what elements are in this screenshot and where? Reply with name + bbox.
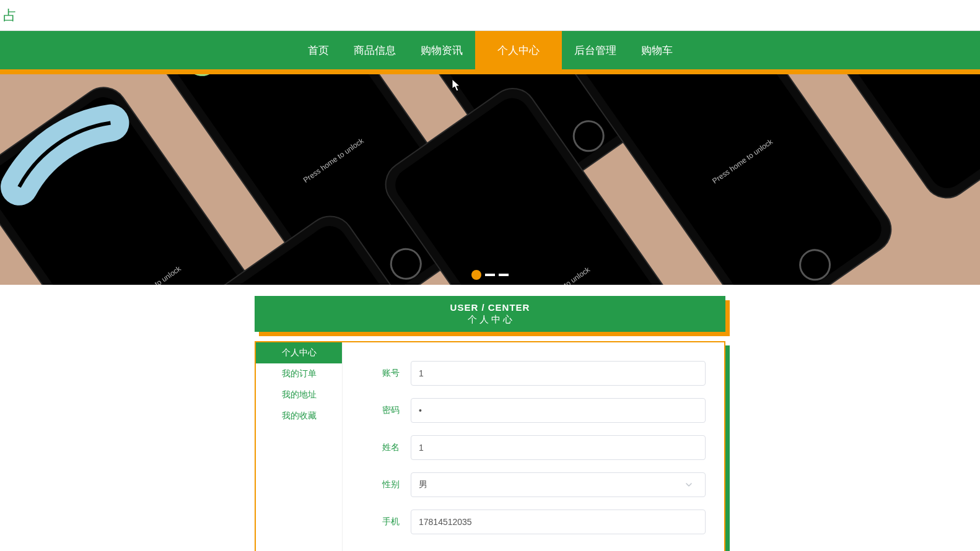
password-input[interactable] [411,398,706,423]
gender-select[interactable]: 男 [411,472,706,497]
sidebar-item-favorites[interactable]: 我的收藏 [256,406,342,427]
topbar: 占 [0,0,980,31]
main-nav: 首页 商品信息 购物资讯 个人中心 后台管理 购物车 [0,31,980,69]
account-input[interactable] [411,361,706,386]
nav-admin[interactable]: 后台管理 [562,31,629,69]
account-label: 账号 [361,368,411,379]
section-header: USER / CENTER 个 人 中 心 [255,296,725,332]
gender-select-value: 男 [419,479,427,490]
nav-cart[interactable]: 购物车 [629,31,685,69]
phone-input[interactable] [411,510,706,534]
password-label: 密码 [361,405,411,416]
sidebar-item-profile[interactable]: 个人中心 [256,342,342,363]
sidebar: 个人中心 我的订单 我的地址 我的收藏 [256,342,343,551]
name-input[interactable] [411,435,706,460]
carousel-dot-2[interactable] [485,274,495,276]
section-title-cn: 个 人 中 心 [468,314,513,326]
nav-products[interactable]: 商品信息 [341,31,408,69]
nav-home[interactable]: 首页 [295,31,341,69]
name-label: 姓名 [361,442,411,453]
usercenter-panel: 个人中心 我的订单 我的地址 我的收藏 账号 密码 姓名 [255,341,725,551]
carousel-dot-1[interactable] [471,270,481,280]
hero-carousel[interactable]: Press home to unlock 5:45 ust 30 [0,74,980,285]
section-title-en: USER / CENTER [450,302,530,313]
nav-underline [0,69,980,74]
phone-label: 手机 [361,516,411,527]
carousel-dot-3[interactable] [499,274,509,276]
carousel-indicators [471,270,509,280]
chevron-down-icon [680,476,698,493]
nav-usercenter[interactable]: 个人中心 [475,31,562,69]
sidebar-item-address[interactable]: 我的地址 [256,384,342,406]
gender-label: 性别 [361,479,411,490]
nav-news[interactable]: 购物资讯 [408,31,475,69]
profile-form: 账号 密码 姓名 性别 男 [343,342,724,551]
sidebar-item-orders[interactable]: 我的订单 [256,363,342,384]
logo-fragment: 占 [3,6,17,25]
hero-image: Press home to unlock 5:45 ust 30 [0,74,980,285]
